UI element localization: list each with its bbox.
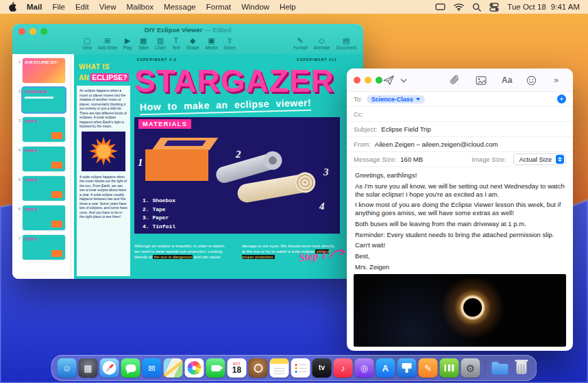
menu-item[interactable]: Message	[164, 3, 196, 11]
image-size-popup[interactable]: Actual Size	[513, 153, 566, 165]
dock-item-notes[interactable]	[270, 358, 289, 378]
subject-value[interactable]: Eclipse Field Trip	[381, 125, 430, 133]
keynote-toolbar-button[interactable]: ▣ Media	[203, 36, 221, 50]
experiment-label-left: EXPERIMENT 4.0	[137, 58, 177, 62]
mail-toolbar: Aa »	[347, 69, 573, 92]
slide-thumbnail[interactable]: 7 STEP 5:	[16, 235, 68, 260]
toolbar-button-icon: ▤	[343, 36, 350, 45]
keynote-toolbar-button[interactable]: ✎ Format	[291, 36, 310, 50]
menu-item[interactable]: Help	[280, 3, 296, 11]
spotlight-search-icon[interactable]	[472, 3, 481, 12]
dock-item-messages[interactable]	[121, 358, 140, 378]
from-value[interactable]: Aileen Zeigen – aileen.zeigen@icloud.com	[375, 140, 498, 148]
dock-item-downloads[interactable]	[491, 358, 510, 378]
menu-bar-clock[interactable]: Tue Oct 18 9:41 AM	[507, 3, 580, 11]
slide-thumb-preview[interactable]: OUR ECLIPSE DIY!	[23, 58, 65, 83]
keynote-toolbar-button[interactable]: ▢ View	[79, 36, 95, 50]
dock-item-calendar[interactable]: OCT18	[228, 358, 247, 378]
dock-item-pages[interactable]: ✎	[419, 358, 438, 378]
menu-item[interactable]: Format	[206, 3, 231, 11]
subject-row[interactable]: Subject: Eclipse Field Trip	[347, 122, 573, 137]
slide-thumbnail[interactable]: 3 STEP 1:	[16, 117, 68, 142]
close-button[interactable]	[354, 77, 360, 84]
slide-editor[interactable]: EXPERIMENT 4.0 EXPERIMENT #11 WHAT IS AN…	[74, 54, 363, 279]
from-row[interactable]: From: Aileen Zeigen – aileen.zeigen@iclo…	[347, 137, 573, 152]
slide-thumb-preview[interactable]: STEP 5:	[23, 235, 65, 260]
keynote-toolbar-button[interactable]: ⊞ Add Slide	[95, 36, 120, 50]
slide-thumb-label: STEP 4:	[25, 208, 38, 212]
slide-thumbnail[interactable]: 4 STEP 2:	[16, 147, 68, 171]
attach-button[interactable]	[450, 75, 460, 86]
send-options-button[interactable]	[400, 78, 407, 83]
material-number-2: 2	[236, 149, 241, 160]
wifi-icon[interactable]	[454, 3, 464, 11]
dock-item-numbers[interactable]	[440, 358, 459, 378]
slide-thumb-preview[interactable]: STEP 4:	[23, 206, 65, 230]
slide-thumb-preview[interactable]: STEP 3:	[23, 176, 65, 201]
dock-item-reminders[interactable]	[291, 358, 310, 378]
dock-item-maps[interactable]	[164, 358, 183, 378]
apple-menu-icon[interactable]	[8, 2, 16, 12]
more-toolbar-button[interactable]: »	[554, 75, 558, 85]
keynote-toolbar-button[interactable]: ▤ Document	[333, 36, 359, 50]
dock-item-safari[interactable]	[100, 358, 119, 378]
toolbar-button-label: Chart	[155, 45, 166, 50]
active-app-menu[interactable]: Mail	[27, 3, 42, 11]
keynote-toolbar-button[interactable]: ▶ Play	[121, 36, 135, 50]
folder-shape	[492, 364, 509, 375]
emoji-button[interactable]	[526, 75, 537, 86]
keynote-toolbar-button[interactable]: ▦ Table	[135, 36, 151, 50]
menu-item[interactable]: File	[52, 3, 65, 11]
minimize-button[interactable]	[365, 77, 371, 84]
menu-item[interactable]: Window	[241, 3, 269, 11]
camera-shape	[211, 365, 220, 371]
dock-item-podcasts[interactable]: ◎	[355, 358, 374, 378]
send-button[interactable]	[382, 75, 395, 86]
keynote-toolbar-button[interactable]: ◆ Shape	[184, 36, 202, 50]
dock-item-tv[interactable]: tv	[313, 358, 332, 378]
message-body[interactable]: Greetings, earthlings! As I'm sure you a…	[347, 167, 573, 271]
dock-item-facetime[interactable]	[206, 358, 225, 378]
screen-mirroring-icon[interactable]	[435, 3, 445, 11]
dock-item-keynote[interactable]	[397, 358, 417, 378]
dock-item-trash[interactable]	[512, 358, 531, 378]
toolbar-button-icon: ✎	[297, 36, 304, 45]
slide-thumb-preview[interactable]: STARGAZER	[23, 88, 65, 112]
keynote-window: DIY Eclipse Viewer — Edited ▢ View ⊞ Add…	[12, 24, 363, 279]
keynote-toolbar-button[interactable]: ⇧ Share	[221, 36, 238, 50]
slide-thumbnail[interactable]: 5 STEP 3:	[16, 176, 68, 201]
recipient-token[interactable]: Science-Class	[367, 95, 425, 103]
menu-item[interactable]: View	[99, 3, 117, 11]
keynote-toolbar-button[interactable]: ◇ Animate	[311, 36, 333, 50]
format-button[interactable]: Aa	[502, 75, 512, 85]
zoom-button[interactable]	[376, 77, 382, 84]
material-number-1: 1	[138, 157, 143, 169]
email-paragraph: Can't wait!	[355, 241, 565, 249]
smiley-icon	[526, 75, 537, 86]
keynote-icon	[397, 358, 417, 378]
slide-thumb-preview[interactable]: STEP 2:	[23, 147, 65, 171]
slide-thumbnail[interactable]: 1 OUR ECLIPSE DIY!	[16, 58, 68, 83]
keynote-toolbar-button[interactable]: ▥ Chart	[152, 36, 169, 50]
slide-thumb-preview[interactable]: STEP 1:	[23, 117, 65, 142]
eclipse-photo-attachment[interactable]	[354, 274, 566, 347]
slide-thumbnail[interactable]: 2 STARGAZER	[16, 88, 68, 112]
add-recipient-button[interactable]: +	[557, 95, 566, 103]
dock-item-photos[interactable]	[185, 358, 204, 378]
slide-thumbnail[interactable]: 6 STEP 4:	[16, 206, 68, 230]
menu-item[interactable]: Edit	[75, 3, 89, 11]
menu-item[interactable]: Mailbox	[126, 3, 154, 11]
dock-item-music[interactable]: ♪	[334, 358, 353, 378]
keynote-toolbar-button[interactable]: T Text	[169, 36, 183, 50]
control-center-icon[interactable]	[489, 3, 499, 12]
insert-photo-button[interactable]	[476, 76, 487, 85]
cc-row[interactable]: Cc:	[347, 107, 573, 122]
dock-item-launchpad[interactable]: ▦	[79, 358, 98, 378]
maps-icon	[164, 358, 183, 378]
dock-item-mail[interactable]: ✉	[143, 358, 162, 378]
dock-item-settings[interactable]: ⚙	[461, 358, 480, 378]
dock-item-finder[interactable]: ☺	[58, 358, 77, 378]
dock-item-photo-booth[interactable]	[249, 358, 268, 378]
calendar-icon: OCT18	[228, 358, 247, 378]
dock-item-app-store[interactable]: A	[376, 358, 395, 378]
